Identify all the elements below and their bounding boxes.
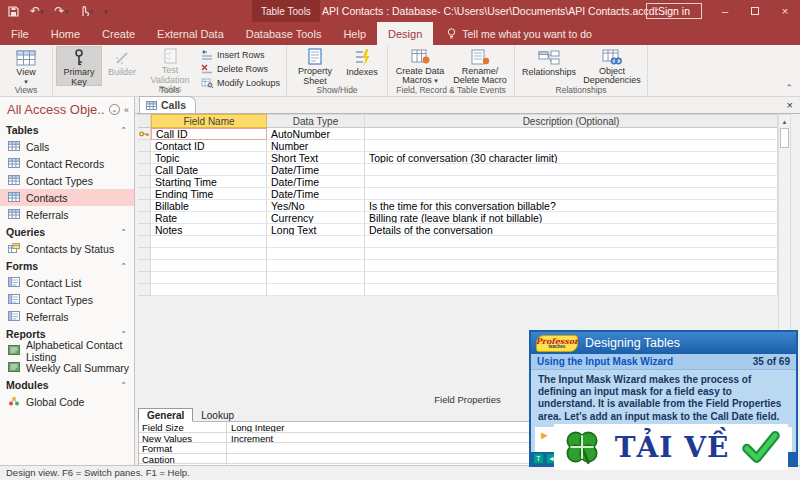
restore-button[interactable] bbox=[740, 0, 770, 22]
field-name-cell[interactable]: Call Date bbox=[151, 164, 267, 176]
create-data-macros-button[interactable]: Create Data Macros ▾ bbox=[391, 46, 449, 86]
fp-tab-lookup[interactable]: Lookup bbox=[193, 408, 242, 422]
redo-icon[interactable]: ↷▾ bbox=[55, 5, 69, 17]
data-type-cell[interactable]: Date/Time bbox=[267, 188, 365, 200]
nav-section-modules[interactable]: Modules⌃ bbox=[0, 376, 134, 393]
row-selector[interactable] bbox=[138, 248, 151, 260]
data-type-cell[interactable]: Date/Time bbox=[267, 176, 365, 188]
tutor-footer-button-1[interactable]: T bbox=[533, 453, 544, 464]
row-selector[interactable] bbox=[138, 188, 151, 200]
scroll-up-icon[interactable]: ▲ bbox=[779, 115, 790, 128]
nav-item-contact-types[interactable]: Contact Types bbox=[0, 291, 134, 308]
primary-key-button[interactable]: Primary Key bbox=[56, 46, 102, 86]
tab-help[interactable]: Help bbox=[332, 22, 377, 45]
collapse-section-icon[interactable]: ⌃ bbox=[120, 262, 127, 271]
nav-menu-icon[interactable]: ⌄ bbox=[109, 104, 120, 115]
data-type-cell[interactable]: Currency bbox=[267, 212, 365, 224]
rename-delete-macro-button[interactable]: Rename/ Delete Macro bbox=[449, 46, 511, 86]
minimize-button[interactable]: – bbox=[710, 0, 740, 22]
download-overlay[interactable]: TẢI VỀ bbox=[554, 424, 788, 470]
field-name-cell[interactable] bbox=[151, 284, 267, 296]
shutter-bar-close-icon[interactable]: « bbox=[124, 105, 129, 115]
row-selector[interactable] bbox=[138, 128, 151, 140]
field-name-cell[interactable] bbox=[151, 248, 267, 260]
row-selector[interactable] bbox=[138, 176, 151, 188]
touch-mode-icon[interactable]: ▾ bbox=[79, 5, 93, 17]
nav-item-contact-list[interactable]: Contact List bbox=[0, 274, 134, 291]
row-selector[interactable] bbox=[138, 236, 151, 248]
description-cell[interactable] bbox=[365, 284, 778, 296]
tab-file[interactable]: File bbox=[0, 22, 40, 45]
customize-qat-icon[interactable]: ▾ bbox=[104, 8, 108, 15]
indexes-button[interactable]: Indexes bbox=[340, 46, 384, 86]
nav-item-referrals[interactable]: Referrals bbox=[0, 308, 134, 325]
row-selector[interactable] bbox=[138, 164, 151, 176]
nav-section-queries[interactable]: Queries⌃ bbox=[0, 223, 134, 240]
fp-tab-general[interactable]: General bbox=[138, 408, 193, 422]
field-name-cell[interactable] bbox=[151, 272, 267, 284]
relationships-button[interactable]: Relationships bbox=[518, 46, 580, 86]
nav-item-contacts-by-status[interactable]: Contacts by Status bbox=[0, 240, 134, 257]
tab-external-data[interactable]: External Data bbox=[146, 22, 235, 45]
row-selector[interactable] bbox=[138, 140, 151, 152]
nav-item-weekly-call-summary[interactable]: Weekly Call Summary bbox=[0, 359, 134, 376]
nav-item-contacts[interactable]: Contacts bbox=[0, 189, 134, 206]
tab-database-tools[interactable]: Database Tools bbox=[235, 22, 333, 45]
tab-home[interactable]: Home bbox=[40, 22, 91, 45]
nav-section-tables[interactable]: Tables⌃ bbox=[0, 121, 134, 138]
row-selector[interactable] bbox=[138, 260, 151, 272]
tab-create[interactable]: Create bbox=[91, 22, 146, 45]
description-cell[interactable] bbox=[365, 272, 778, 284]
data-type-cell[interactable]: Date/Time bbox=[267, 164, 365, 176]
field-name-cell[interactable]: Starting Time bbox=[151, 176, 267, 188]
data-type-cell[interactable]: Short Text bbox=[267, 152, 365, 164]
collapse-ribbon-icon[interactable]: ⌃ bbox=[785, 83, 793, 93]
description-cell[interactable] bbox=[365, 188, 778, 200]
nav-section-forms[interactable]: Forms⌃ bbox=[0, 257, 134, 274]
description-cell[interactable]: Details of the conversation bbox=[365, 224, 778, 236]
field-name-cell[interactable]: Billable bbox=[151, 200, 267, 212]
insert-rows-button[interactable]: Insert Rows bbox=[198, 48, 283, 61]
nav-item-contact-types[interactable]: Contact Types bbox=[0, 172, 134, 189]
description-cell[interactable] bbox=[365, 236, 778, 248]
undo-icon[interactable]: ↶▾ bbox=[30, 5, 44, 17]
description-cell[interactable] bbox=[365, 248, 778, 260]
collapse-section-icon[interactable]: ⌃ bbox=[120, 330, 127, 339]
description-cell[interactable] bbox=[365, 164, 778, 176]
data-type-cell[interactable] bbox=[267, 248, 365, 260]
description-cell[interactable]: Topic of conversation (30 character limi… bbox=[365, 152, 778, 164]
object-dependencies-button[interactable]: Object Dependencies bbox=[580, 46, 644, 86]
collapse-section-icon[interactable]: ⌃ bbox=[120, 126, 127, 135]
data-type-cell[interactable]: Yes/No bbox=[267, 200, 365, 212]
close-button[interactable]: × bbox=[770, 0, 800, 22]
description-cell[interactable]: Billing rate (leave blank if not billabl… bbox=[365, 212, 778, 224]
field-name-cell[interactable]: Contact ID bbox=[151, 140, 267, 152]
field-name-cell[interactable]: Ending Time bbox=[151, 188, 267, 200]
nav-item-alphabetical-contact-listing[interactable]: Alphabetical Contact Listing bbox=[0, 342, 134, 359]
data-type-cell[interactable]: AutoNumber bbox=[267, 128, 365, 140]
data-type-cell[interactable] bbox=[267, 260, 365, 272]
description-cell[interactable] bbox=[365, 140, 778, 152]
row-selector[interactable] bbox=[138, 224, 151, 236]
property-sheet-button[interactable]: Property Sheet bbox=[290, 46, 340, 86]
data-type-cell[interactable] bbox=[267, 284, 365, 296]
collapse-section-icon[interactable]: ⌃ bbox=[120, 381, 127, 390]
tab-design[interactable]: Design bbox=[377, 22, 433, 45]
data-type-cell[interactable] bbox=[267, 272, 365, 284]
tab-calls[interactable]: Calls bbox=[139, 96, 196, 113]
row-selector[interactable] bbox=[138, 272, 151, 284]
field-name-cell[interactable] bbox=[151, 236, 267, 248]
field-name-cell[interactable]: Call ID bbox=[151, 128, 267, 140]
row-selector[interactable] bbox=[138, 284, 151, 296]
field-name-cell[interactable]: Topic bbox=[151, 152, 267, 164]
tell-me-box[interactable]: Tell me what you want to do bbox=[447, 22, 592, 45]
field-name-cell[interactable] bbox=[151, 260, 267, 272]
description-cell[interactable] bbox=[365, 260, 778, 272]
description-cell[interactable] bbox=[365, 128, 778, 140]
view-button[interactable]: View ▾ bbox=[3, 46, 49, 86]
field-name-cell[interactable]: Rate bbox=[151, 212, 267, 224]
delete-rows-button[interactable]: Delete Rows bbox=[198, 62, 283, 75]
row-selector[interactable] bbox=[138, 152, 151, 164]
row-selector[interactable] bbox=[138, 212, 151, 224]
field-name-cell[interactable]: Notes bbox=[151, 224, 267, 236]
